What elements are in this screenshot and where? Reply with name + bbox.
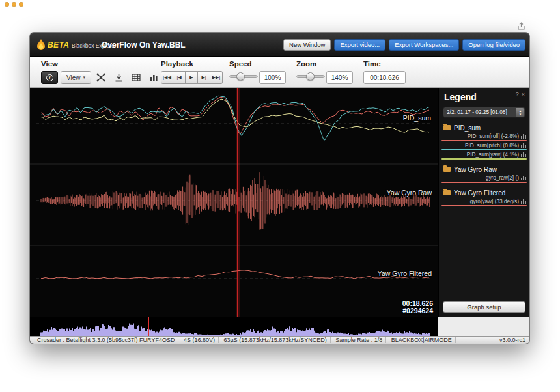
step-back-button[interactable]: |◀ [173, 71, 186, 84]
legend-field-pid-roll[interactable]: PID_sum[roll] (-2.8%) [439, 132, 529, 141]
speed-slider-thumb[interactable] [236, 72, 245, 81]
jump-end-button[interactable]: ▶▶| [210, 71, 223, 84]
window-controls [5, 2, 23, 7]
view-dropdown-label: View [66, 74, 81, 81]
chevron-down-icon: ▾ [83, 75, 85, 80]
status-craft-firmware: Crusader : Betaflight 3.3.0 (5b95cc37f) … [34, 337, 178, 343]
analyser-icon[interactable] [521, 133, 526, 139]
status-battery: 4S (16.80V) [180, 337, 219, 343]
legend-field-gyro-raw[interactable]: gyro_raw[2] () [439, 174, 529, 183]
zoom-slider[interactable] [296, 75, 325, 78]
app-window: BETA Blackbox Explorer OverFlow On Yaw.B… [30, 33, 529, 344]
seek-bar[interactable] [30, 317, 438, 336]
legend-field-gyro-yaw[interactable]: gyro[yaw] (33 deg/s) [439, 197, 529, 206]
app-version: v3.0.0-rc1 [499, 337, 525, 344]
craft-icon[interactable] [95, 72, 107, 83]
legend-field-pid-yaw[interactable]: PID_sum[yaw] (4.1%) [439, 150, 529, 160]
new-window-button[interactable]: New Window [283, 39, 331, 51]
legend-title: Legend [444, 92, 477, 102]
cursor-frame: #0294624 [402, 307, 433, 315]
legend-field-label: gyro[yaw] (33 deg/s) [470, 198, 519, 204]
zoom-button[interactable] [19, 2, 23, 7]
playback-label: Playback [161, 60, 193, 68]
legend-group-name: PID_sum [454, 124, 481, 132]
betaflight-flame-icon [36, 39, 46, 50]
folder-icon [443, 167, 451, 172]
legend-group-name: Yaw Gyro Filtered [454, 189, 505, 197]
status-sample-rate: Sample Rate : 1/8 [332, 337, 386, 343]
close-icon[interactable]: × [522, 91, 525, 98]
graphs-canvas [30, 88, 438, 317]
table-view-icon[interactable] [130, 72, 142, 83]
info-icon: i [46, 74, 53, 81]
desktop: BETA Blackbox Explorer OverFlow On Yaw.B… [0, 0, 560, 392]
view-dropdown[interactable]: View ▾ [61, 71, 91, 84]
legend-field-label: gyro_raw[2] () [486, 175, 519, 181]
plot-label-pid-sum: PID_sum [403, 114, 431, 122]
legend-field-label: PID_sum[pitch] (0.8%) [465, 142, 519, 148]
zoom-slider-thumb[interactable] [306, 72, 315, 81]
trace-color-line [441, 182, 527, 183]
log-range-select[interactable]: 2/2: 01:17 - 02:25 [01:08] ▲ ▼ [443, 107, 525, 118]
close-button[interactable] [5, 2, 9, 7]
analyser-icon[interactable] [148, 72, 160, 83]
legend-field-label: PID_sum[yaw] (4.1%) [467, 151, 519, 158]
analyser-icon[interactable] [521, 143, 526, 148]
legend-field-label: PID_sum[roll] (-2.8%) [468, 133, 519, 139]
graph-setup-button[interactable]: Graph setup [443, 301, 525, 313]
cursor-readout: 00:18.626 #0294624 [402, 300, 433, 315]
view-label: View [41, 60, 58, 68]
legend-group-yaw-gyro-raw[interactable]: Yaw Gyro Raw [439, 165, 529, 174]
status-flight-mode: BLACKBOX|AIRMODE [388, 337, 456, 343]
toolbar: View Playback Speed Zoom Time i View ▾ [30, 57, 529, 88]
legend-header: Legend ? × [439, 88, 529, 105]
log-info-button[interactable]: i [41, 71, 58, 84]
speed-label: Speed [229, 60, 252, 68]
speed-slider[interactable] [229, 75, 258, 78]
speed-input[interactable] [259, 71, 286, 84]
log-title: OverFlow On Yaw.BBL [102, 40, 186, 49]
legend-header-icons: ? × [516, 91, 525, 98]
open-log-button[interactable]: Open log file/video [462, 39, 525, 51]
plot-label-yaw-gyro-raw: Yaw Gyro Raw [387, 189, 432, 197]
share-icon [517, 22, 525, 31]
minimize-button[interactable] [12, 2, 16, 7]
trace-color-line [441, 158, 527, 160]
trace-color-line [441, 205, 527, 206]
view-icon-group [95, 71, 160, 84]
legend-field-pid-pitch[interactable]: PID_sum[pitch] (0.8%) [439, 141, 529, 150]
time-input[interactable] [363, 71, 406, 84]
legend-group-pid-sum[interactable]: PID_sum [439, 123, 529, 132]
play-button[interactable]: ▶ [186, 71, 198, 84]
legend-group-yaw-gyro-filtered[interactable]: Yaw Gyro Filtered [439, 188, 529, 197]
brand-beta: BETA [48, 40, 69, 49]
export-workspaces-button[interactable]: Export Workspaces... [389, 39, 459, 51]
seek-waveform [30, 317, 438, 336]
log-range-value: 2/2: 01:17 - 02:25 [01:08] [447, 109, 507, 115]
app-header: BETA Blackbox Explorer OverFlow On Yaw.B… [30, 33, 529, 57]
analyser-icon[interactable] [521, 199, 526, 204]
playback-controls: |◀◀ |◀ ▶ ▶| ▶▶| [161, 71, 223, 84]
legend-panel: Legend ? × 2/2: 01:17 - 02:25 [01:08] ▲ … [438, 88, 529, 317]
seek-gap [438, 317, 529, 336]
select-stepper-icon: ▲ ▼ [516, 108, 524, 117]
jump-start-button[interactable]: |◀◀ [161, 71, 173, 84]
status-loop-rate: 63µS (15.873kHz/15.873kHz/SYNCED) [221, 337, 331, 343]
legend-group-name: Yaw Gyro Raw [454, 166, 497, 173]
folder-icon [443, 125, 451, 130]
step-forward-button[interactable]: ▶| [198, 71, 210, 84]
status-bar: v3.0.0-rc1 Crusader : Betaflight 3.3.0 (… [30, 336, 529, 344]
plot-label-yaw-gyro-filtered: Yaw Gyro Filtered [378, 270, 432, 277]
time-label: Time [363, 60, 381, 68]
zoom-input[interactable] [326, 71, 353, 84]
export-video-button[interactable]: Export video... [334, 39, 385, 51]
zoom-label: Zoom [296, 60, 316, 68]
header-buttons: New Window Export video... Export Worksp… [283, 39, 525, 51]
stepper-down-icon: ▼ [519, 113, 522, 116]
analyser-icon[interactable] [521, 175, 526, 180]
help-icon[interactable]: ? [516, 91, 519, 98]
folder-icon [443, 190, 451, 195]
download-log-icon[interactable] [113, 72, 124, 83]
chart-area[interactable]: PID_sum Yaw Gyro Raw Yaw Gyro Filtered 0… [30, 88, 438, 317]
analyser-icon[interactable] [521, 152, 526, 157]
